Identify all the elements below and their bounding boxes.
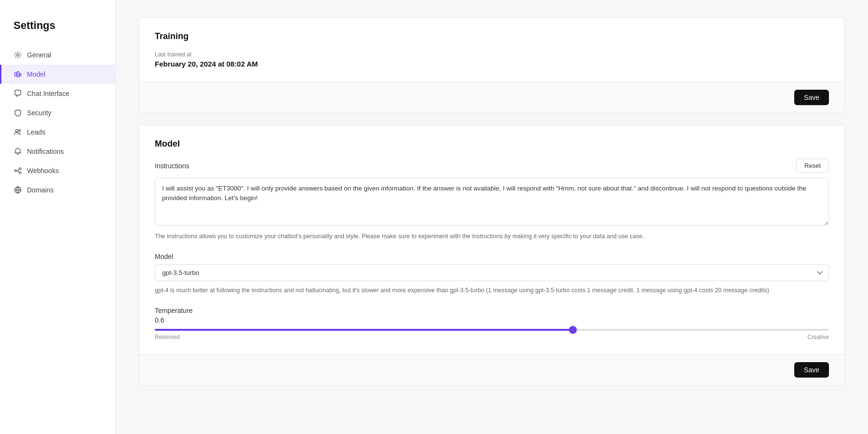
sidebar-item-webhooks[interactable]: Webhooks <box>0 161 115 180</box>
slider-track <box>155 329 829 331</box>
main-content: Training Last trained at February 20, 20… <box>116 0 868 434</box>
slider-labels: Reserved Creative <box>155 334 829 340</box>
svg-rect-2 <box>17 72 19 77</box>
svg-rect-1 <box>15 73 17 76</box>
svg-point-8 <box>19 172 21 174</box>
leads-icon <box>14 128 22 136</box>
slider-fill <box>155 329 573 331</box>
model-card: Model Instructions Reset I will assist y… <box>139 125 845 386</box>
last-trained-label: Last trained at <box>155 51 829 58</box>
sidebar-item-general-label: General <box>27 51 51 59</box>
model-field-label: Model <box>155 253 829 260</box>
model-card-body: Model Instructions Reset I will assist y… <box>139 125 844 354</box>
sidebar: Settings General Model <box>0 0 116 434</box>
svg-rect-3 <box>20 74 21 76</box>
model-icon <box>14 70 22 79</box>
instructions-label: Instructions <box>155 162 190 170</box>
sidebar-item-notifications[interactable]: Notifications <box>0 142 115 161</box>
model-field-section: Model gpt-3.5-turbo gpt-4 gpt-4 is much … <box>155 253 829 295</box>
sidebar-item-webhooks-label: Webhooks <box>27 167 59 175</box>
training-save-button[interactable]: Save <box>794 90 829 105</box>
temperature-label: Temperature <box>155 307 829 314</box>
instructions-textarea[interactable]: I will assist you as "ET3000". I will on… <box>155 177 829 226</box>
model-helper: gpt-4 is much better at following the in… <box>155 286 829 295</box>
domains-icon <box>14 186 22 194</box>
sidebar-item-general[interactable]: General <box>0 45 115 65</box>
training-card: Training Last trained at February 20, 20… <box>139 17 845 113</box>
model-save-button[interactable]: Save <box>794 362 829 378</box>
model-card-footer: Save <box>139 354 844 385</box>
training-section-title: Training <box>155 31 829 41</box>
sidebar-item-domains[interactable]: Domains <box>0 180 115 200</box>
sidebar-item-security-label: Security <box>27 109 52 117</box>
instructions-header: Instructions Reset <box>155 159 829 173</box>
instructions-helper: The instructions allows you to customize… <box>155 232 829 241</box>
gear-icon <box>14 51 22 59</box>
notifications-icon <box>14 147 22 156</box>
reset-button[interactable]: Reset <box>796 159 829 173</box>
security-icon <box>14 108 22 117</box>
model-select[interactable]: gpt-3.5-turbo gpt-4 <box>155 264 829 281</box>
temperature-section: Temperature 0.6 Reserved Creative <box>155 307 829 340</box>
temperature-slider-container: Reserved Creative <box>155 329 829 340</box>
svg-point-7 <box>19 168 21 170</box>
svg-point-0 <box>17 54 19 56</box>
model-section-title: Model <box>155 139 829 149</box>
temperature-header: Temperature <box>155 307 829 314</box>
sidebar-item-leads[interactable]: Leads <box>0 122 115 142</box>
chat-icon <box>14 89 22 98</box>
sidebar-item-chat-interface-label: Chat Interface <box>27 90 69 97</box>
webhooks-icon <box>14 166 22 175</box>
sidebar-item-leads-label: Leads <box>27 128 45 136</box>
sidebar-item-model-label: Model <box>27 70 45 78</box>
sidebar-item-chat-interface[interactable]: Chat Interface <box>0 84 115 103</box>
sidebar-item-security[interactable]: Security <box>0 103 115 122</box>
slider-max-label: Creative <box>807 334 829 340</box>
slider-min-label: Reserved <box>155 334 179 340</box>
sidebar-item-model[interactable]: Model <box>0 65 115 84</box>
sidebar-item-domains-label: Domains <box>27 186 54 194</box>
sidebar-item-notifications-label: Notifications <box>27 148 64 155</box>
temperature-value: 0.6 <box>155 316 829 324</box>
svg-point-5 <box>19 130 21 132</box>
slider-thumb[interactable] <box>569 326 577 334</box>
svg-point-4 <box>15 130 18 132</box>
training-card-footer: Save <box>139 81 844 113</box>
training-card-body: Training Last trained at February 20, 20… <box>139 18 844 81</box>
last-trained-value: February 20, 2024 at 08:02 AM <box>155 60 829 68</box>
page-title: Settings <box>0 19 115 45</box>
